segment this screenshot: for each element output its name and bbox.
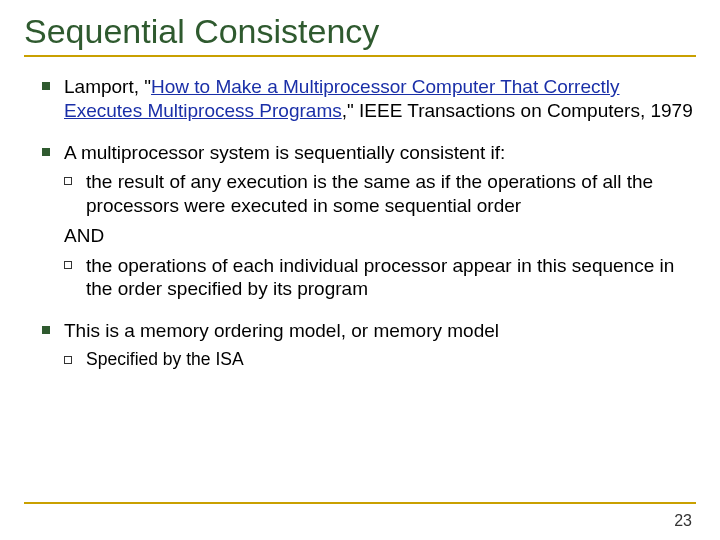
memory-model-text: This is a memory ordering model, or memo… [64, 319, 696, 343]
condition-1-text: the result of any execution is the same … [86, 170, 696, 218]
subbullet-condition-1: the result of any execution is the same … [24, 170, 696, 218]
open-square-bullet-icon [64, 356, 72, 364]
open-square-bullet-icon [64, 261, 72, 269]
page-number: 23 [674, 512, 692, 530]
bullet-citation: Lamport, "How to Make a Multiprocessor C… [24, 75, 696, 123]
square-bullet-icon [42, 326, 50, 334]
citation-text: Lamport, "How to Make a Multiprocessor C… [64, 75, 696, 123]
citation-pre: Lamport, " [64, 76, 151, 97]
subbullet-isa: Specified by the ISA [24, 349, 696, 371]
bullet-memory-model: This is a memory ordering model, or memo… [24, 319, 696, 343]
title-rule [24, 55, 696, 57]
footer-rule [24, 502, 696, 504]
slide-title: Sequential Consistency [24, 12, 696, 51]
slide: Sequential Consistency Lamport, "How to … [0, 0, 720, 540]
slide-body: Lamport, "How to Make a Multiprocessor C… [24, 75, 696, 371]
definition-text: A multiprocessor system is sequentially … [64, 141, 696, 165]
subbullet-condition-2: the operations of each individual proces… [24, 254, 696, 302]
condition-2-text: the operations of each individual proces… [86, 254, 696, 302]
bullet-definition: A multiprocessor system is sequentially … [24, 141, 696, 165]
citation-post: ," IEEE Transactions on Computers, 1979 [342, 100, 693, 121]
and-connector: AND [64, 224, 696, 248]
square-bullet-icon [42, 82, 50, 90]
open-square-bullet-icon [64, 177, 72, 185]
isa-text: Specified by the ISA [86, 349, 696, 371]
square-bullet-icon [42, 148, 50, 156]
